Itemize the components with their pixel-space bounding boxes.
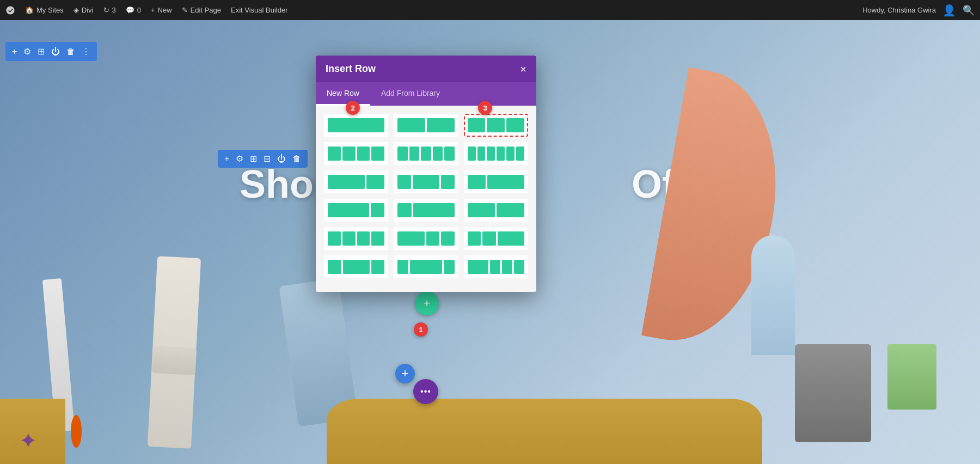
- col-1: [328, 118, 384, 132]
- layout-row-2: [324, 142, 528, 165]
- col-1: [468, 118, 486, 132]
- layout-1-2-1-col[interactable]: [394, 170, 458, 193]
- modal-body: [316, 106, 536, 292]
- badge-3: 3: [478, 101, 492, 115]
- divi-label: Divi: [82, 6, 94, 14]
- edit-icon: ✎: [182, 6, 188, 14]
- admin-bar: 🏠 My Sites ◈ Divi ↻ 3 💬 0 + New ✎ Edit P…: [0, 0, 980, 20]
- col-2: [487, 118, 505, 132]
- col-2: [427, 118, 455, 132]
- layout-3col[interactable]: [464, 114, 528, 137]
- new-label: New: [158, 6, 172, 14]
- new-plus-icon: +: [151, 6, 155, 14]
- col-3: [506, 118, 524, 132]
- layout-4col-v2[interactable]: [324, 227, 388, 250]
- tab-add-from-library[interactable]: Add From Library: [370, 82, 451, 106]
- modal-overlay: Insert Row × New Row Add From Library: [0, 20, 980, 464]
- updates-icon: ↻: [103, 6, 109, 14]
- modal-close-button[interactable]: ×: [520, 64, 526, 75]
- admin-bar-right: Howdy, Christina Gwira 👤 🔍: [862, 4, 975, 17]
- my-sites[interactable]: 🏠 My Sites: [25, 6, 64, 14]
- layout-3-1-col[interactable]: [324, 199, 388, 222]
- divi-menu[interactable]: ◈ Divi: [74, 6, 94, 14]
- my-sites-icon: 🏠: [25, 6, 34, 14]
- page-background: Shop Off All ✦ + ⚙ ⊞ ⏻ 🗑 ⋮ + ⚙ ⊞ ⊟ ⏻ 🗑 I…: [0, 20, 980, 464]
- layout-row-1: [324, 114, 528, 137]
- layout-1-1-2-col[interactable]: [464, 227, 528, 250]
- comments-count: 0: [137, 6, 141, 14]
- layout-2col[interactable]: [394, 114, 458, 137]
- comments-menu[interactable]: 💬 0: [126, 6, 141, 14]
- howdy-text: Howdy, Christina Gwira: [862, 6, 936, 14]
- badge-2: 2: [346, 101, 360, 115]
- layout-row-3: [324, 170, 528, 193]
- exit-label: Exit Visual Builder: [231, 6, 288, 14]
- layout-4col[interactable]: [324, 142, 388, 165]
- avatar-icon: 👤: [942, 4, 956, 17]
- divi-icon: ◈: [74, 6, 79, 14]
- col-1: [397, 118, 425, 132]
- tab-new-row[interactable]: New Row: [316, 82, 370, 106]
- search-icon[interactable]: 🔍: [963, 4, 975, 16]
- layout-1col[interactable]: [324, 114, 388, 137]
- layout-1-2-col[interactable]: [464, 170, 528, 193]
- layout-1-3-1-col[interactable]: [394, 255, 458, 278]
- my-sites-label: My Sites: [36, 6, 64, 14]
- modal-title: Insert Row: [326, 63, 376, 75]
- wp-icon: [5, 5, 15, 15]
- updates-menu[interactable]: ↻ 3: [103, 6, 116, 14]
- new-menu[interactable]: + New: [151, 6, 172, 14]
- layout-2-1-col[interactable]: [324, 170, 388, 193]
- layout-1-2-1-col-v2[interactable]: [324, 255, 388, 278]
- modal-header: Insert Row ×: [316, 56, 536, 82]
- layout-row-6: [324, 255, 528, 278]
- edit-page-label: Edit Page: [191, 6, 221, 14]
- layout-6col[interactable]: [464, 142, 528, 165]
- badge-1: 1: [414, 322, 428, 337]
- layout-row-5: [324, 227, 528, 250]
- exit-builder[interactable]: Exit Visual Builder: [231, 6, 288, 14]
- comments-icon: 💬: [126, 6, 134, 14]
- updates-count: 3: [112, 6, 116, 14]
- layout-equal-2col-v2[interactable]: [464, 199, 528, 222]
- layout-2-1-1-col[interactable]: [394, 227, 458, 250]
- edit-page[interactable]: ✎ Edit Page: [182, 6, 221, 14]
- insert-row-modal: Insert Row × New Row Add From Library: [316, 56, 536, 292]
- layout-row-4: [324, 199, 528, 222]
- wp-logo[interactable]: [5, 5, 15, 15]
- layout-1-3-col[interactable]: [394, 199, 458, 222]
- layout-5col[interactable]: [394, 142, 458, 165]
- layout-2-1-1-1-col[interactable]: [464, 255, 528, 278]
